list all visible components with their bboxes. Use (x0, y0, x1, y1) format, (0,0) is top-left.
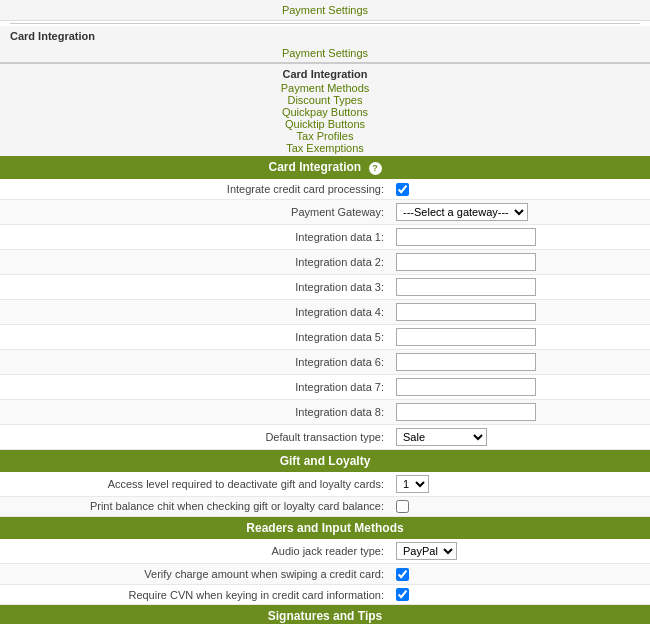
integration-data-2-label: Integration data 2: (0, 249, 390, 274)
sub-nav: Card Integration Payment Methods Discoun… (0, 64, 650, 156)
integration-data-1-label: Integration data 1: (0, 224, 390, 249)
card-integration-table: Integrate credit card processing: Paymen… (0, 179, 650, 450)
tax-exemptions-nav[interactable]: Tax Exemptions (286, 142, 364, 154)
top-nav: Payment Settings (0, 0, 650, 21)
payment-settings-link[interactable]: Payment Settings (282, 4, 368, 16)
table-row: Integration data 4: (0, 299, 650, 324)
nav-links: Card Integration (0, 26, 650, 44)
current-section: Card Integration (0, 66, 650, 82)
breadcrumb-area: Payment Settings (0, 44, 650, 63)
quickpay-buttons-nav[interactable]: Quickpay Buttons (282, 106, 368, 118)
table-row: Integration data 1: (0, 224, 650, 249)
table-row: Payment Gateway: ---Select a gateway--- (0, 199, 650, 224)
readers-input-title: Readers and Input Methods (246, 521, 403, 535)
table-row: Integration data 3: (0, 274, 650, 299)
card-integration-title: Card Integration (268, 160, 361, 174)
tax-profiles-nav[interactable]: Tax Profiles (297, 130, 354, 142)
integration-data-3-label: Integration data 3: (0, 274, 390, 299)
payment-gateway-label: Payment Gateway: (0, 199, 390, 224)
integration-data-2-input[interactable] (396, 253, 536, 271)
table-row: Print balance chit when checking gift or… (0, 496, 650, 517)
table-row: Integration data 5: (0, 324, 650, 349)
require-cvn-label: Require CVN when keying in credit card i… (0, 584, 390, 605)
integrate-cc-label: Integrate credit card processing: (0, 179, 390, 199)
payment-gateway-select[interactable]: ---Select a gateway--- (396, 203, 528, 221)
table-row: Integration data 8: (0, 399, 650, 424)
print-balance-chit-checkbox[interactable] (396, 500, 409, 513)
gift-loyalty-header: Gift and Loyalty (0, 450, 650, 472)
default-transaction-type-label: Default transaction type: (0, 424, 390, 449)
signatures-tips-header: Signatures and Tips (0, 605, 650, 624)
print-balance-chit-label: Print balance chit when checking gift or… (0, 496, 390, 517)
integration-data-7-input[interactable] (396, 378, 536, 396)
access-level-select[interactable]: 12345 (396, 475, 429, 493)
table-row: Integration data 7: (0, 374, 650, 399)
integration-data-8-input[interactable] (396, 403, 536, 421)
table-row: Integration data 2: (0, 249, 650, 274)
table-row: Access level required to deactivate gift… (0, 472, 650, 497)
require-cvn-checkbox[interactable] (396, 588, 409, 601)
quicktip-buttons-nav[interactable]: Quicktip Buttons (285, 118, 365, 130)
audio-jack-label: Audio jack reader type: (0, 539, 390, 564)
integration-data-4-input[interactable] (396, 303, 536, 321)
table-row: Require CVN when keying in credit card i… (0, 584, 650, 605)
readers-input-header: Readers and Input Methods (0, 517, 650, 539)
default-transaction-type-select[interactable]: Sale Authorization (396, 428, 487, 446)
verify-charge-checkbox[interactable] (396, 568, 409, 581)
readers-input-table: Audio jack reader type: PayPal None Veri… (0, 539, 650, 605)
integration-data-5-input[interactable] (396, 328, 536, 346)
signatures-tips-title: Signatures and Tips (268, 609, 382, 623)
card-integration-help-icon[interactable]: ? (369, 162, 382, 175)
integration-data-6-label: Integration data 6: (0, 349, 390, 374)
current-page-label: Card Integration (10, 30, 95, 42)
payment-methods-nav[interactable]: Payment Methods (281, 82, 370, 94)
table-row: Integration data 6: (0, 349, 650, 374)
integration-data-1-input[interactable] (396, 228, 536, 246)
payment-gateway-cell: ---Select a gateway--- (390, 199, 650, 224)
audio-jack-select[interactable]: PayPal None (396, 542, 457, 560)
payment-settings-nav-link[interactable]: Payment Settings (282, 47, 368, 59)
card-integration-header: Card Integration ? (0, 156, 650, 179)
table-row: Audio jack reader type: PayPal None (0, 539, 650, 564)
integration-data-3-input[interactable] (396, 278, 536, 296)
integration-data-8-label: Integration data 8: (0, 399, 390, 424)
access-level-label: Access level required to deactivate gift… (0, 472, 390, 497)
table-row: Default transaction type: Sale Authoriza… (0, 424, 650, 449)
integrate-cc-checkbox[interactable] (396, 183, 409, 196)
integration-data-5-label: Integration data 5: (0, 324, 390, 349)
gift-loyalty-title: Gift and Loyalty (280, 454, 371, 468)
discount-types-nav[interactable]: Discount Types (287, 94, 362, 106)
integrate-cc-cell (390, 179, 650, 199)
verify-charge-label: Verify charge amount when swiping a cred… (0, 564, 390, 585)
table-row: Integrate credit card processing: (0, 179, 650, 199)
integration-data-4-label: Integration data 4: (0, 299, 390, 324)
integration-data-6-input[interactable] (396, 353, 536, 371)
table-row: Verify charge amount when swiping a cred… (0, 564, 650, 585)
integration-data-7-label: Integration data 7: (0, 374, 390, 399)
gift-loyalty-table: Access level required to deactivate gift… (0, 472, 650, 518)
